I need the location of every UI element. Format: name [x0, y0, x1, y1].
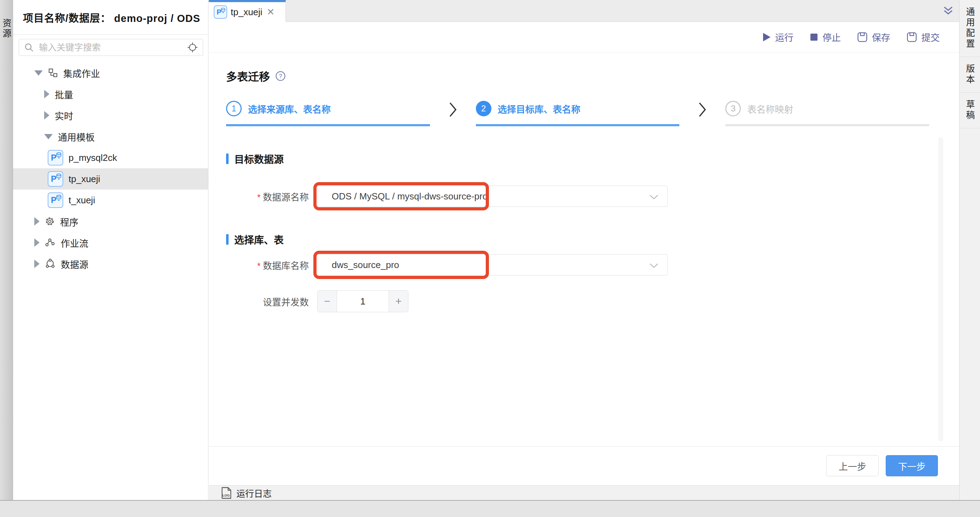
job-icon: P — [48, 171, 63, 187]
next-step-button[interactable]: 下一步 — [886, 455, 938, 476]
submit-icon — [907, 32, 917, 42]
plus-button[interactable]: + — [388, 291, 408, 312]
caret-down-icon[interactable] — [34, 70, 43, 76]
run-log-label: 运行日志 — [236, 487, 272, 499]
step-1-label: 选择来源库、表名称 — [248, 102, 331, 115]
caret-right-icon[interactable] — [34, 238, 40, 247]
step-3-mapping[interactable]: 3 表名称映射 — [725, 101, 929, 126]
locate-icon[interactable] — [187, 42, 198, 53]
database-field-label: *数据库名称 — [226, 258, 317, 271]
tab-tp_xueji[interactable]: P tp_xueji ✕ — [209, 0, 286, 22]
bottom-strip — [0, 500, 980, 517]
right-rail: 通用配置 版本 草稿 — [959, 0, 980, 500]
title-row: 多表迁移 ? — [226, 52, 959, 84]
tab-general-config[interactable]: 通用配置 — [959, 0, 980, 57]
job-icon: P — [48, 192, 63, 208]
step-2-label: 选择目标库、表名称 — [498, 102, 581, 115]
wizard-stepper: 1 选择来源库、表名称 2 选择目标库、表名称 3 表名称映射 — [226, 101, 929, 126]
tree-item-label: 集成作业 — [63, 67, 100, 80]
scrollbar-track[interactable] — [938, 137, 943, 441]
app-window: 资源 项目名称/数据层： demo-proj / ODS — [0, 0, 980, 517]
project-header: 项目名称/数据层： demo-proj / ODS — [13, 0, 208, 35]
step-2-target[interactable]: 2 选择目标库、表名称 — [476, 101, 680, 126]
stop-label: 停止 — [822, 30, 841, 43]
wizard-footer: 上一步 下一步 — [209, 447, 959, 485]
sidebar: 项目名称/数据层： demo-proj / ODS — [13, 0, 208, 500]
submit-button[interactable]: 提交 — [907, 30, 940, 43]
editor-toolbar: 运行 停止 保存 提交 — [209, 22, 959, 52]
run-log-bar[interactable]: LOG 运行日志 — [209, 485, 959, 500]
tree-item-label: 程序 — [60, 215, 78, 228]
tree-item-tp_xueji[interactable]: P tp_xueji — [13, 168, 208, 190]
minus-button[interactable]: − — [318, 291, 337, 312]
search-icon — [24, 42, 34, 52]
datasource-select[interactable]: ODS / MySQL / mysql-dws-source-pro — [317, 186, 668, 207]
tree-item-label: tp_xueji — [68, 174, 100, 185]
datasource-field-label: *数据源名称 — [226, 190, 317, 203]
db-mini-icon — [56, 174, 62, 180]
caret-right-icon[interactable] — [34, 260, 40, 268]
section-target-datasource: 目标数据源 — [226, 152, 959, 166]
play-icon — [762, 32, 771, 42]
help-icon[interactable]: ? — [275, 70, 286, 82]
svg-text:?: ? — [279, 73, 282, 79]
tab-label: tp_xueji — [231, 7, 262, 18]
step-1-number: 1 — [226, 101, 242, 116]
tree-item-label: 作业流 — [61, 236, 88, 249]
step-1-source[interactable]: 1 选择来源库、表名称 — [226, 101, 430, 126]
datasource-field-row: *数据源名称 ODS / MySQL / mysql-dws-source-pr… — [226, 186, 959, 207]
step-3-number: 3 — [725, 101, 741, 116]
save-icon — [857, 32, 868, 42]
gear-icon — [45, 216, 55, 226]
main-content: 多表迁移 ? 1 选择来源库、表名称 2 选择目标库、表名称 3 — [209, 52, 959, 485]
tree-item-programs[interactable]: 程序 — [13, 211, 208, 232]
left-rail: 资源 — [0, 0, 13, 500]
concurrency-field-row: 设置并发数 − 1 + — [226, 290, 959, 312]
collapse-panel-icon[interactable] — [942, 6, 954, 18]
caret-right-icon[interactable] — [44, 90, 49, 98]
tree-item-label: t_xueji — [68, 195, 95, 206]
run-button[interactable]: 运行 — [762, 30, 794, 43]
stop-button[interactable]: 停止 — [810, 30, 841, 43]
tree-item-label: 实时 — [55, 109, 73, 122]
tree-item-label: 批量 — [55, 88, 73, 101]
caret-right-icon[interactable] — [44, 111, 49, 120]
tab-strip: P tp_xueji ✕ — [209, 0, 959, 22]
tree-item-batch[interactable]: 批量 — [13, 83, 208, 105]
search-input[interactable] — [38, 42, 183, 53]
section-title: 选择库、表 — [234, 232, 284, 246]
tree-item-workflows[interactable]: 作业流 — [13, 232, 208, 253]
search-box — [19, 39, 203, 56]
tab-drafts[interactable]: 草稿 — [959, 93, 980, 128]
section-accent-bar — [226, 234, 229, 245]
job-icon: P — [214, 5, 227, 19]
close-icon[interactable]: ✕ — [267, 8, 275, 17]
concurrency-value[interactable]: 1 — [337, 291, 388, 312]
tab-versions[interactable]: 版本 — [959, 57, 980, 93]
tree-item-label: 数据源 — [61, 257, 88, 271]
concurrency-stepper: − 1 + — [317, 290, 408, 312]
required-mark: * — [257, 192, 261, 203]
save-button[interactable]: 保存 — [857, 30, 890, 43]
caret-down-icon[interactable] — [44, 134, 52, 139]
chevron-down-icon — [649, 263, 659, 268]
step-3-label: 表名称映射 — [747, 102, 793, 115]
caret-right-icon[interactable] — [34, 217, 40, 226]
tree-item-p_mysql2ck[interactable]: P p_mysql2ck — [13, 147, 208, 168]
db-mini-icon — [56, 195, 62, 201]
tree-item-common-templates[interactable]: 通用模板 — [13, 126, 208, 147]
chevron-down-icon — [649, 195, 659, 200]
database-select[interactable]: dws_source_pro — [317, 254, 668, 276]
integration-icon — [48, 68, 58, 78]
tree-item-realtime[interactable]: 实时 — [13, 105, 208, 126]
section-accent-bar — [226, 153, 229, 164]
prev-step-button[interactable]: 上一步 — [826, 455, 878, 476]
stop-icon — [810, 33, 818, 41]
section-title: 目标数据源 — [234, 152, 284, 166]
tree-item-datasources[interactable]: 数据源 — [13, 253, 208, 274]
required-mark: * — [257, 261, 261, 271]
database-field-row: *数据库名称 dws_source_pro — [226, 254, 959, 276]
tree-item-t_xueji[interactable]: P t_xueji — [13, 190, 208, 211]
tree-item-integration-jobs[interactable]: 集成作业 — [13, 62, 208, 83]
resource-rail-tab[interactable]: 资源 — [0, 0, 13, 500]
